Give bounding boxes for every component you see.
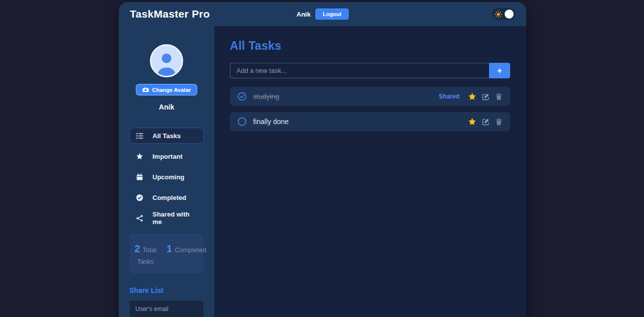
- header-username: Anik: [296, 11, 310, 18]
- stat-completed-label: Completed: [175, 246, 206, 254]
- stat-total: 2Total Tasks: [133, 241, 157, 267]
- stats-card: 2Total Tasks 1Completed: [129, 234, 204, 274]
- task-row: finally done: [230, 112, 510, 131]
- change-avatar-label: Change Avatar: [152, 87, 191, 93]
- change-avatar-button[interactable]: Change Avatar: [136, 84, 198, 95]
- task-title: finally done: [253, 118, 289, 126]
- app-body: Change Avatar Anik All Tasks Important: [119, 26, 526, 317]
- list-icon: [136, 132, 143, 140]
- task-list: studying Shared: [230, 87, 510, 131]
- sidebar-item-label: All Tasks: [152, 132, 181, 140]
- person-icon: [155, 50, 178, 76]
- star-icon: [136, 153, 143, 160]
- task-completed-check-icon[interactable]: [237, 92, 247, 101]
- share-list-heading: Share List: [129, 286, 164, 294]
- task-actions: [468, 118, 503, 126]
- star-icon[interactable]: [468, 92, 476, 101]
- stat-total-label: Total Tasks: [137, 246, 156, 265]
- task-incomplete-circle-icon[interactable]: [237, 117, 247, 126]
- sidebar-username: Anik: [159, 103, 174, 111]
- sidebar-item-all-tasks[interactable]: All Tasks: [129, 128, 204, 144]
- app-title: TaskMaster Pro: [130, 8, 296, 20]
- shared-badge: Shared: [439, 93, 459, 100]
- app-header: TaskMaster Pro Anik Logout: [119, 2, 526, 26]
- sidebar-item-completed[interactable]: Completed: [129, 189, 204, 205]
- camera-icon: [142, 86, 149, 93]
- toggle-knob: [505, 10, 514, 19]
- trash-icon[interactable]: [495, 93, 503, 100]
- add-task-input[interactable]: [230, 63, 489, 78]
- sidebar-item-upcoming[interactable]: Upcoming: [129, 169, 204, 185]
- task-title: studying: [253, 92, 279, 100]
- stat-total-value: 2: [134, 243, 140, 254]
- sun-icon: [495, 11, 502, 18]
- sidebar-item-label: Shared with me: [152, 210, 197, 226]
- trash-icon[interactable]: [495, 118, 503, 126]
- stat-completed-value: 1: [167, 243, 172, 254]
- header-user-area: Anik Logout: [296, 9, 348, 20]
- calendar-icon: [136, 173, 143, 181]
- sidebar: Change Avatar Anik All Tasks Important: [119, 26, 214, 317]
- sidebar-item-label: Important: [152, 153, 183, 160]
- logout-button[interactable]: Logout: [315, 9, 348, 20]
- edit-icon[interactable]: [482, 118, 490, 126]
- check-circle-icon: [136, 194, 143, 201]
- sidebar-item-label: Completed: [152, 194, 186, 201]
- share-email-input[interactable]: [129, 300, 204, 317]
- sidebar-item-shared-with-me[interactable]: Shared with me: [129, 210, 204, 226]
- share-icon: [136, 215, 143, 222]
- page-title: All Tasks: [230, 39, 510, 53]
- sidebar-item-label: Upcoming: [152, 173, 185, 181]
- sidebar-nav: All Tasks Important Upcoming: [129, 128, 204, 226]
- app-window: TaskMaster Pro Anik Logout: [119, 2, 526, 317]
- task-row: studying Shared: [230, 87, 510, 106]
- edit-icon[interactable]: [482, 93, 490, 100]
- stat-completed: 1Completed: [167, 241, 200, 267]
- star-icon[interactable]: [468, 118, 476, 126]
- header-right: [349, 8, 515, 20]
- add-task-button[interactable]: +: [489, 63, 510, 78]
- task-actions: Shared: [439, 92, 503, 101]
- add-task-row: +: [230, 63, 510, 78]
- sidebar-item-important[interactable]: Important: [129, 148, 204, 164]
- avatar[interactable]: [150, 44, 183, 77]
- main-content: All Tasks + studying Shared: [214, 26, 526, 317]
- theme-toggle[interactable]: [492, 8, 515, 20]
